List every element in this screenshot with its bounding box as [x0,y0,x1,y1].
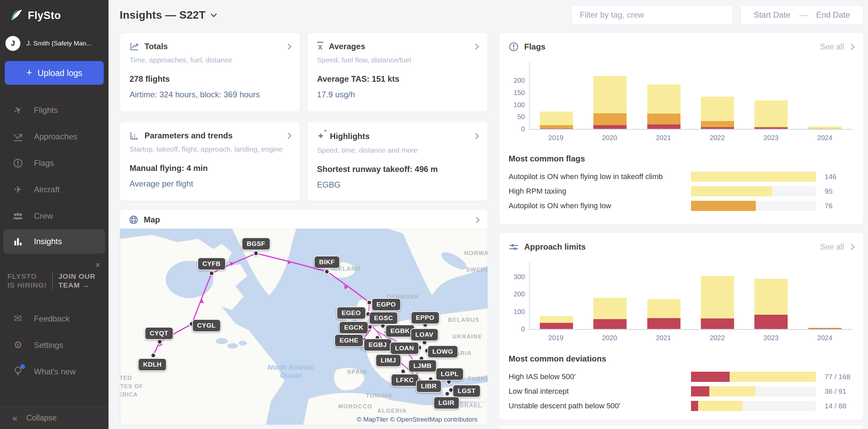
card-subtitle: Time, approaches, fuel, distance [130,56,291,64]
upload-logs-button[interactable]: + Upload logs [5,61,104,85]
airport-marker-KDLH[interactable]: KDLH [138,358,167,371]
bar-2023[interactable] [754,100,788,129]
chevron-down-icon[interactable] [211,11,217,17]
user-menu[interactable]: J J. Smith (Safety Man... [5,36,108,51]
bar-segment-warning [754,279,788,315]
sidebar-footer-nav: ✉ Feedback ⚙ Settings What's new [0,306,108,385]
next-card-peek [499,425,864,429]
sidebar-item-feedback[interactable]: ✉ Feedback [0,306,108,332]
sidebar-item-crew[interactable]: Crew [0,203,108,229]
bar-segment-minor [754,100,788,127]
collapse-label: Collapse [26,413,57,423]
airport-marker-BGSF[interactable]: BGSF [242,237,271,250]
airport-marker-LGPL[interactable]: LGPL [436,368,464,381]
bar-2019[interactable] [540,316,573,329]
airport-marker-LOWG[interactable]: LOWG [427,345,458,358]
airport-marker-EGCK[interactable]: EGCK [339,321,369,334]
airport-marker-BIKF[interactable]: BIKF [314,256,340,269]
highlights-link[interactable]: EGBG [317,180,478,190]
airport-marker-LIMJ[interactable]: LIMJ [376,354,401,367]
highlights-card[interactable]: ✦✦ Highlights Speed, time, distance and … [307,122,488,201]
parameters-card[interactable]: Parameters and trends Startup, takeoff, … [120,122,300,201]
airport-marker-EGPO[interactable]: EGPO [371,298,401,311]
totals-value: 278 flights [130,74,291,84]
bar-2020[interactable] [593,298,627,329]
chevron-right-icon[interactable] [473,217,479,223]
map-canvas[interactable]: ICELANDNORWAYSWEDENDENMARKBELARUSUKRAINE… [120,229,488,425]
logo[interactable]: FlySto [9,8,108,23]
x-label: 2023 [754,334,788,342]
collapse-button[interactable]: « Collapse [0,407,108,429]
airport-marker-EGEO[interactable]: EGEO [336,307,366,319]
chevron-right-icon[interactable] [285,133,291,139]
bar-2021[interactable] [647,299,680,329]
item-value: 36 / 91 [825,387,854,395]
airport-marker-LOAN[interactable]: LOAN [390,342,419,355]
section-heading: Most common deviations [509,354,854,364]
x-label: 2024 [808,334,842,342]
x-label: 2022 [701,334,734,342]
sidebar-item-label: Feedback [34,314,70,324]
chevron-right-icon[interactable] [473,133,479,139]
airport-marker-CYGL[interactable]: CYGL [192,319,221,332]
plane-icon: ✈ [12,185,24,195]
filter-input[interactable] [571,5,733,25]
sidebar-item-approaches[interactable]: Approaches [0,123,108,150]
chevron-right-icon[interactable] [285,43,291,50]
totals-link[interactable]: Airtime: 324 hours, block: 369 hours [130,90,291,99]
histogram-icon [130,131,139,140]
airport-marker-EPPO[interactable]: EPPO [411,311,439,324]
bar-2020[interactable] [593,76,627,129]
bar-segment-moderate [701,121,734,127]
sidebar-item-insights[interactable]: Insights [3,229,105,254]
airport-marker-LGIR[interactable]: LGIR [433,396,459,409]
sidebar-item-settings[interactable]: ⚙ Settings [0,332,108,358]
card-title: Parameters and trends [144,131,233,140]
join-our-team-link[interactable]: JOIN OUR TEAM → [58,272,96,290]
sidebar-item-whats-new[interactable]: What's new [0,358,108,385]
bar-2022[interactable] [701,97,734,129]
see-all-link[interactable]: See all [820,242,854,252]
airport-marker-EGHE[interactable]: EGHE [334,334,363,347]
airport-marker-LIBR[interactable]: LIBR [416,380,441,393]
averages-card[interactable]: x Averages Speed, fuel flow, distance/fu… [307,33,488,112]
bar-fill [691,386,709,396]
bar-2022[interactable] [701,276,734,329]
averages-link[interactable]: 17.9 usg/h [317,90,478,99]
chevron-right-icon[interactable] [473,43,479,50]
close-icon[interactable]: × [95,260,100,269]
airport-marker-LGST[interactable]: LGST [453,385,481,397]
sliders-icon [509,242,519,252]
bar-2019[interactable] [540,112,573,129]
basemap-art [120,229,488,425]
airport-marker-EGSC[interactable]: EGSC [369,312,398,325]
lightbulb-icon [13,366,23,378]
bar-track [691,186,816,196]
airport-marker-CYQT[interactable]: CYQT [145,327,174,340]
bar-track [691,386,816,396]
bar-2023[interactable] [754,279,788,329]
bar-2024[interactable] [808,327,842,329]
list-item: Low final intercept36 / 91 [509,386,854,396]
airport-dot-KDLH [150,353,156,358]
sidebar-item-aircraft[interactable]: ✈ Aircraft [0,176,108,203]
sidebar-item-label: What's new [34,367,76,376]
airport-marker-LOAV[interactable]: LOAV [410,328,438,341]
parameters-link[interactable]: Average per flight [130,179,291,189]
airport-marker-EGBJ[interactable]: EGBJ [363,338,392,351]
sidebar-item-flags[interactable]: Flags [0,150,108,176]
hiring-banner[interactable]: × FLYSTO IS HIRING! JOIN OUR TEAM → [7,272,102,290]
airport-marker-LJMB[interactable]: LJMB [408,359,437,372]
airport-marker-LFKC[interactable]: LFKC [391,374,419,387]
bar-2024[interactable] [808,126,842,129]
main-content: Insights — S22T Start Date — End Date To… [108,0,868,429]
hiring-text: FLYSTO IS HIRING! [7,272,47,290]
sidebar-item-flights[interactable]: ✈ Flights [0,97,108,123]
bar-fill [691,401,698,411]
see-all-link[interactable]: See all [820,42,854,52]
airport-marker-CYFB[interactable]: CYFB [197,257,226,270]
bar-2021[interactable] [647,84,680,129]
totals-card[interactable]: Totals Time, approaches, fuel, distance … [120,33,300,112]
map-card: Map [120,209,488,425]
date-range-picker[interactable]: Start Date — End Date [740,5,864,25]
